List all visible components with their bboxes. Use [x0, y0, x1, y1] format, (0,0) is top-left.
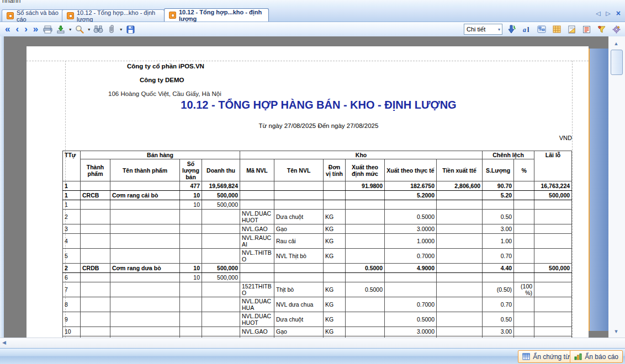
detail-level-select[interactable]: Chi tiết ▾ — [464, 24, 502, 35]
previous-page-button[interactable]: ‹ — [14, 24, 20, 34]
table-row: 9NVL.DUACHUOTDưa chuộtKG0.50000.50 — [63, 312, 572, 327]
attachment-paperclip-icon[interactable] — [106, 24, 117, 34]
hide-voucher-button[interactable]: Ẩn chứng từ — [518, 350, 574, 363]
table-cell: 2 — [63, 210, 81, 224]
svg-text:l: l — [527, 26, 529, 33]
table-cell: Thịt bò — [274, 282, 324, 297]
table-cell: NVL dưa chua — [274, 297, 324, 312]
toolbar-left-group: « ‹ › » ▾ — [0, 24, 136, 34]
settings-gear-icon[interactable] — [611, 24, 622, 34]
preview-scrollbar-thumb[interactable] — [589, 49, 608, 331]
table-cell: KG — [324, 224, 346, 234]
table-cell — [346, 191, 385, 200]
find-binoculars-icon[interactable] — [93, 24, 104, 34]
sort-descending-icon[interactable] — [506, 24, 517, 34]
table-cell: 3.00 — [483, 327, 514, 336]
first-page-button[interactable]: « — [3, 24, 12, 34]
table-cell: Dưa chuột — [274, 312, 324, 327]
table-cell — [180, 327, 202, 336]
zoom-dropdown-icon[interactable]: ▾ — [87, 27, 91, 32]
export-dropdown-icon[interactable]: ▾ — [68, 27, 72, 32]
header-ten-nvl: Tên NVL — [274, 159, 324, 181]
table-cell: NVL.GAO — [240, 224, 274, 234]
table-cell — [534, 327, 572, 336]
header-thanh-pham: Thành phẩm — [81, 159, 110, 181]
table-cell: 4.40 — [483, 264, 514, 273]
table-cell: NVL.DUACHUOT — [240, 210, 274, 224]
clipped-menu-text: nhanh — [2, 0, 20, 4]
horizontal-scrollbar[interactable]: ◀ — [0, 338, 625, 349]
zoom-icon[interactable] — [74, 24, 85, 34]
scroll-up-icon[interactable]: ▲ — [612, 40, 621, 47]
table-cell — [274, 200, 324, 210]
table-cell: Gạo — [274, 224, 324, 234]
header-so-luong-ban: Số lượng bán — [180, 159, 202, 181]
tab-report-1012-active[interactable]: 10.12 - Tổng hợp...kho - định lượng — [164, 8, 269, 22]
tab-bar: Sổ sách và báo cáo 10.12 - Tổng hợp...kh… — [0, 8, 625, 22]
table-cell: KG — [324, 327, 346, 336]
table-cell: KG — [324, 234, 346, 249]
attachment-dropdown-icon[interactable]: ▾ — [119, 27, 123, 32]
left-splitter[interactable] — [0, 36, 4, 338]
scroll-left-icon[interactable]: ◀ — [2, 340, 6, 345]
sort-alpha-icon[interactable]: a l — [521, 24, 532, 34]
design-report-icon[interactable] — [566, 24, 577, 34]
tab-report-1012-inactive[interactable]: 10.12 - Tổng hợp...kho - định lượng — [62, 9, 165, 22]
table-cell: 0.70 — [483, 297, 514, 312]
table-cell: 0.50 — [483, 210, 514, 224]
table-cell: 1 — [63, 191, 81, 200]
table-cell: NVL.RAUCAI — [240, 234, 274, 249]
tab-close-icon[interactable]: × — [616, 10, 621, 17]
table-cell — [202, 249, 240, 264]
tree-view-icon[interactable] — [536, 24, 547, 34]
table-cell: NVL Thịt bò — [274, 249, 324, 264]
table-cell — [324, 181, 346, 191]
table-cell — [240, 191, 274, 200]
table-cell — [110, 327, 180, 336]
vertical-scrollbar-thumb[interactable] — [611, 50, 623, 75]
table-cell — [514, 224, 534, 234]
table-cell — [514, 273, 534, 282]
print-icon[interactable] — [42, 24, 53, 34]
tab-so-sach-bao-cao[interactable]: Sổ sách và báo cáo — [2, 9, 67, 22]
svg-text:a: a — [523, 26, 526, 33]
table-cell — [437, 200, 483, 210]
tab-navigation: ◁ ▷ × — [596, 10, 621, 17]
table-cell — [202, 312, 240, 327]
table-cell: (0.50) — [483, 282, 514, 297]
table-cell — [240, 273, 274, 282]
hide-report-button[interactable]: Ẩn báo cáo — [570, 350, 623, 363]
table-cell — [514, 234, 534, 249]
tab-icon — [67, 12, 74, 19]
table-cell: 0.50 — [483, 312, 514, 327]
table-cell: 91.9800 — [346, 181, 385, 191]
table-cell: 2 — [63, 264, 81, 273]
table-cell: 3.0000 — [385, 327, 437, 336]
report-chart-icon — [574, 353, 582, 360]
table-cell — [346, 249, 385, 264]
report-title: 10.12 - TỔNG HỢP HÀNG BÁN - KHO - ĐỊNH L… — [65, 99, 572, 111]
export-icon[interactable] — [55, 24, 66, 34]
table-cell — [81, 249, 110, 264]
table-cell — [324, 191, 346, 200]
table-cell — [202, 297, 240, 312]
filter-icon[interactable] — [596, 24, 607, 34]
vertical-scrollbar[interactable]: ▲ ▼ — [608, 36, 625, 338]
save-icon[interactable] — [125, 24, 136, 34]
grid-columns-icon[interactable] — [551, 24, 562, 34]
tab-scroll-left-icon[interactable]: ◁ — [596, 10, 600, 17]
table-cell: 8 — [63, 297, 81, 312]
tab-scroll-right-icon[interactable]: ▷ — [606, 10, 610, 17]
report-page: Công ty cổ phần iPOS.VN Công ty DEMO 106… — [27, 46, 589, 338]
table-cell — [346, 297, 385, 312]
last-page-button[interactable]: » — [31, 24, 40, 34]
table-cell: 5.2000 — [385, 191, 437, 200]
currency-label: VND — [65, 135, 572, 141]
table-cell — [81, 312, 110, 327]
scroll-down-icon[interactable]: ▼ — [612, 328, 621, 335]
table-cell — [534, 210, 572, 224]
table-cell: 5 — [63, 249, 81, 264]
text-document-icon[interactable] — [581, 24, 592, 34]
next-page-button[interactable]: › — [23, 24, 29, 34]
table-row: 8NVL.DUACHUANVL dưa chuaKG0.70000.70 — [63, 297, 572, 312]
